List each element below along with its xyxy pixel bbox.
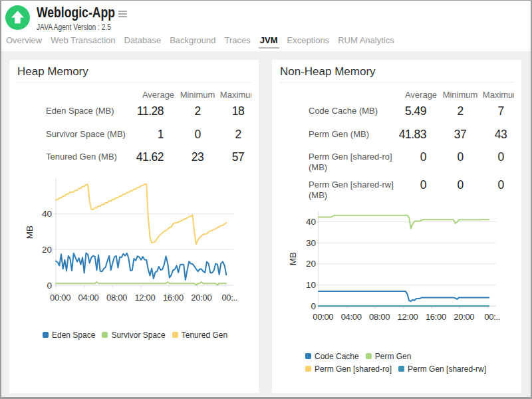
legend-swatch (305, 353, 311, 359)
legend-label: Perm Gen (375, 352, 412, 361)
value-minimum: 0 (194, 127, 200, 142)
tab-overview[interactable]: Overview (5, 34, 43, 49)
tab-traces[interactable]: Traces (224, 34, 251, 49)
legend-swatch (172, 332, 178, 338)
value-average: 41.83 (358, 127, 426, 142)
column-header-average: Average (142, 90, 174, 100)
up-arrow-icon (5, 5, 30, 30)
column-header-minimum: Minimum (180, 90, 215, 100)
series-perm-gen (319, 215, 489, 229)
legend-label: Survivor Space (111, 331, 165, 340)
series-survivor-space (56, 282, 226, 285)
value-minimum: 23 (192, 150, 203, 164)
legend-label: Eden Space (52, 331, 95, 340)
x-tick-label: 00:00 (313, 312, 333, 322)
y-axis-title: MB (288, 252, 298, 265)
value-average: 5.49 (358, 104, 426, 118)
value-minimum: 0 (457, 178, 463, 192)
value-minimum: 37 (454, 127, 466, 142)
column-header-row: AverageMinimumMaximum (272, 60, 514, 101)
legend-label: Code Cache (315, 352, 359, 361)
y-tick-label: 10 (306, 280, 316, 290)
y-tick-label: 0 (47, 281, 52, 291)
legend-label: Perm Gen [shared-rw] (408, 364, 486, 374)
series-tenured-gen (56, 184, 226, 244)
legend-swatch (43, 332, 49, 338)
tab-rum-analytics[interactable]: RUM Analytics (337, 34, 395, 49)
value-average: 0 (358, 178, 426, 192)
value-average: 41.62 (96, 150, 164, 164)
card-heap-memory: Heap MemoryAverageMinimumMaximumEden Spa… (9, 60, 259, 393)
y-tick-label: 20 (42, 245, 52, 255)
x-tick-label: 20:00 (454, 312, 474, 322)
y-tick-label: 0 (311, 301, 316, 311)
card-non-heap-memory: Non-Heap MemoryAverageMinimumMaximumCode… (272, 60, 521, 393)
chart-legend: Code CachePerm GenPerm Gen [shared-ro]Pe… (305, 350, 493, 375)
app-subtitle: JAVA Agent Version : 2.5 (37, 23, 111, 32)
value-average: 0 (358, 150, 426, 164)
column-header-maximum: Maximum (483, 90, 514, 100)
series-eden-space (56, 253, 226, 280)
x-tick-label: 12:00 (397, 312, 418, 322)
legend-swatch (398, 366, 404, 372)
tab-background[interactable]: Background (169, 34, 216, 49)
tab-exceptions[interactable]: Exceptions (287, 34, 331, 49)
value-average: 11.28 (96, 104, 164, 118)
x-tick-label: 00:.. (484, 312, 500, 322)
value-minimum: 0 (457, 150, 463, 164)
value-minimum: 2 (457, 104, 463, 118)
app-window: Weblogic-App JAVA Agent Version : 2.5 Ov… (0, 0, 532, 399)
x-tick-label: 16:00 (426, 312, 446, 322)
legend-item-tenured-gen[interactable]: Tenured Gen (172, 331, 227, 340)
legend-item-perm-gen-shared-rw-[interactable]: Perm Gen [shared-rw] (398, 364, 486, 374)
x-tick-label: 04:00 (341, 312, 362, 322)
value-maximum: 2 (235, 127, 241, 142)
legend-item-perm-gen[interactable]: Perm Gen (366, 352, 412, 361)
app-title: Weblogic-App (37, 4, 115, 21)
value-maximum: 0 (497, 178, 503, 192)
legend-swatch (102, 332, 108, 338)
y-axis-title: MB (25, 225, 35, 239)
legend-item-survivor-space[interactable]: Survivor Space (102, 331, 165, 340)
tab-web-transaction[interactable]: Web Transaction (50, 34, 116, 49)
column-header-average: Average (405, 90, 437, 100)
value-maximum: 43 (495, 127, 507, 142)
legend-swatch (305, 366, 311, 372)
column-header-row: AverageMinimumMaximum (9, 60, 251, 101)
series-code-cache (319, 291, 489, 301)
tab-jvm[interactable]: JVM (259, 34, 279, 49)
y-tick-label: 30 (306, 238, 316, 248)
value-maximum: 7 (497, 104, 503, 118)
x-tick-label: 00:.. (221, 293, 237, 303)
hamburger-icon[interactable] (118, 11, 127, 17)
chart-legend: Eden SpaceSurvivor SpaceTenured Gen (43, 329, 234, 341)
legend-label: Perm Gen [shared-ro] (315, 364, 392, 374)
x-tick-label: 20:00 (191, 293, 211, 303)
value-maximum: 18 (232, 104, 244, 118)
value-average: 1 (96, 127, 164, 142)
x-tick-label: 08:00 (106, 293, 127, 303)
x-tick-label: 00:00 (50, 293, 70, 303)
column-header-minimum: Minimum (443, 90, 478, 100)
app-header: Weblogic-App JAVA Agent Version : 2.5 Ov… (1, 1, 531, 51)
legend-item-eden-space[interactable]: Eden Space (43, 331, 95, 340)
value-maximum: 0 (497, 150, 503, 164)
page-content: Heap MemoryAverageMinimumMaximumEden Spa… (1, 51, 531, 397)
tab-bar: OverviewWeb TransactionDatabaseBackgroun… (1, 34, 531, 51)
column-header-maximum: Maximum (220, 90, 251, 100)
legend-label: Tenured Gen (182, 331, 227, 340)
legend-swatch (366, 353, 372, 359)
y-tick-label: 40 (42, 209, 52, 219)
y-tick-label: 20 (306, 259, 316, 269)
y-tick-label: 40 (306, 217, 316, 227)
value-minimum: 2 (194, 104, 200, 118)
x-tick-label: 16:00 (163, 293, 184, 303)
x-tick-label: 04:00 (78, 293, 99, 303)
x-tick-label: 08:00 (369, 312, 390, 322)
legend-item-perm-gen-shared-ro-[interactable]: Perm Gen [shared-ro] (305, 364, 392, 374)
x-tick-label: 12:00 (134, 293, 155, 303)
legend-item-code-cache[interactable]: Code Cache (305, 352, 359, 361)
tab-database[interactable]: Database (124, 34, 162, 49)
value-maximum: 57 (232, 150, 244, 164)
